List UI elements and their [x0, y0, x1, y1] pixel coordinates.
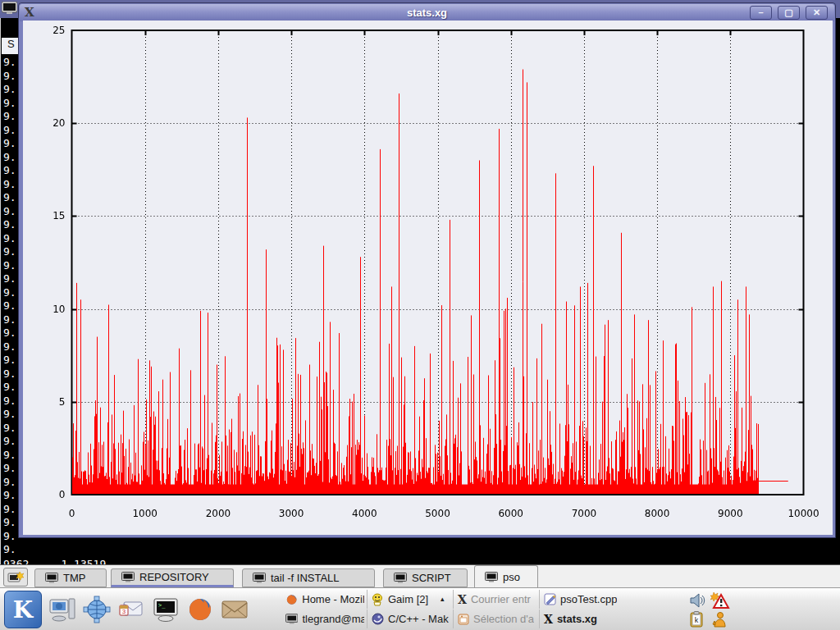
- konsole-icon: >_: [152, 596, 180, 623]
- window-title: stats.xg: [20, 7, 834, 19]
- tab-tail-install[interactable]: tail -f INSTALL: [242, 568, 375, 587]
- terminal-output-column: 9. 9. 9. 9. 9. 9. 9. 9. 9. 9. 9. 9. 9. 9…: [3, 56, 16, 557]
- maximize-button[interactable]: ▢: [778, 6, 800, 20]
- tab-repository[interactable]: REPOSITORY: [111, 568, 234, 587]
- taskbar-entry-selection[interactable]: Sélection d'a: [455, 609, 540, 628]
- klipper-tray-button[interactable]: k: [687, 610, 705, 628]
- x11-icon: X: [544, 613, 553, 626]
- kmail-launcher-button[interactable]: [218, 593, 251, 626]
- konsole-tab-bar: TMP REPOSITORY tail -f INSTALL SCRIPT ps…: [0, 564, 840, 587]
- user-tray-button[interactable]: [709, 610, 728, 628]
- clipboard-icon: k: [689, 611, 704, 628]
- kontact-launcher-button[interactable]: 3: [115, 593, 148, 626]
- svg-text:>_: >_: [158, 602, 166, 609]
- app-box-icon: [458, 614, 469, 625]
- tab-script[interactable]: SCRIPT: [383, 568, 468, 587]
- speaker-icon: [688, 591, 706, 609]
- firefox-icon: [285, 593, 298, 606]
- taskbar-up-arrow-icon[interactable]: ▴: [441, 595, 445, 603]
- terminal-icon: [253, 573, 266, 583]
- alert-tray-button[interactable]: [710, 591, 730, 610]
- gaim-icon: [372, 593, 384, 606]
- system-launcher-button[interactable]: [46, 593, 79, 626]
- tab-pso[interactable]: pso: [474, 565, 538, 588]
- firefox-launcher-button[interactable]: [184, 593, 217, 626]
- svg-text:3: 3: [122, 608, 126, 615]
- taskbar-entry-psotest[interactable]: psoTest.cpp: [541, 590, 626, 609]
- svg-text:k: k: [695, 616, 699, 624]
- terminal-icon: [45, 573, 58, 583]
- taskbar-entry-firefox[interactable]: Home - Mozill: [283, 590, 368, 609]
- new-session-button[interactable]: [3, 568, 28, 587]
- firefox-icon: [186, 596, 214, 623]
- background-window-icon: [2, 2, 17, 16]
- tab-tmp[interactable]: TMP: [34, 568, 107, 587]
- web-browser-launcher-button[interactable]: [80, 593, 113, 626]
- person-icon: [710, 611, 727, 628]
- terminal-icon: [485, 572, 498, 582]
- computer-icon: [48, 596, 76, 623]
- konsole-launcher-button[interactable]: >_: [149, 593, 182, 626]
- kicker-panel: K 3 >_: [0, 587, 840, 630]
- x11-icon: X: [458, 593, 467, 606]
- new-session-icon: [7, 571, 24, 584]
- kmenu-button[interactable]: K: [4, 591, 42, 628]
- xgraph-window: stats.xg X – ▢ ✕: [18, 2, 836, 538]
- globe-gear-icon: [83, 596, 111, 623]
- terminal-icon: [285, 614, 298, 624]
- x11-app-icon: X: [25, 6, 34, 20]
- envelope-icon: [220, 597, 249, 622]
- minimize-button[interactable]: –: [750, 6, 772, 20]
- kate-icon: [544, 593, 556, 605]
- eclipse-icon: [372, 613, 384, 625]
- terminal-icon: [121, 572, 135, 582]
- xgraph-plot-canvas[interactable]: [23, 21, 833, 535]
- taskbar-entry-statsxg[interactable]: X stats.xg: [541, 609, 626, 628]
- volume-tray-button[interactable]: [687, 591, 707, 610]
- taskbar-entry-terminal[interactable]: tlegrand@ma: [283, 609, 368, 628]
- xgraph-titlebar[interactable]: stats.xg X – ▢ ✕: [20, 4, 834, 21]
- mail-calendar-icon: 3: [117, 596, 145, 623]
- xgraph-client-area: [23, 21, 833, 535]
- close-button[interactable]: ✕: [806, 6, 828, 20]
- taskbar-entry-courrier[interactable]: X Courrier entr: [455, 590, 540, 609]
- taskbar-entry-eclipse[interactable]: C/C++ - Mak: [369, 609, 454, 628]
- warning-triangle-icon: [710, 591, 730, 609]
- terminal-icon: [394, 573, 407, 583]
